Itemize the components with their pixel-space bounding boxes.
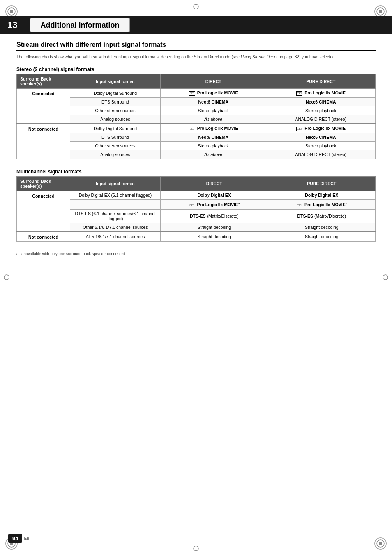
pure-stereo-1: Stereo playback bbox=[266, 106, 376, 115]
input-dolby-digital-2: Dolby Digital Surround bbox=[70, 124, 161, 133]
direct-dolby-ex: Dolby Digital EX bbox=[161, 191, 268, 200]
direct-neo6-2: Neo:6 CINEMA bbox=[161, 133, 266, 142]
pure-analog-1: ANALOG DIRECT (stereo) bbox=[266, 115, 376, 124]
table-row: Other stereo sources Stereo playback Ste… bbox=[17, 142, 376, 150]
direct-dts-es: DTS-ES (Matrix/Discrete) bbox=[161, 209, 268, 223]
page-number: 94 bbox=[8, 534, 22, 543]
direct-stereo-2: Stereo playback bbox=[161, 142, 266, 150]
right-side-decoration bbox=[382, 261, 389, 295]
svg-point-15 bbox=[4, 275, 9, 280]
direct-pro-logic-mc: □□ Pro Logic IIx MOVIEa bbox=[161, 200, 268, 210]
multichannel-subsection-title: Multichannel signal formats bbox=[16, 169, 376, 175]
input-analog: Analog sources bbox=[70, 115, 161, 124]
chapter-title-box: Additional information bbox=[30, 18, 130, 32]
header-bar: 13 Additional information bbox=[0, 16, 392, 34]
input-dolby-digital: Dolby Digital Surround bbox=[70, 89, 161, 98]
main-content: Stream direct with different input signa… bbox=[16, 41, 376, 256]
stereo-header-col3: DIRECT bbox=[161, 74, 266, 89]
pure-neo6-2: Neo:6 CINEMA bbox=[266, 133, 376, 142]
input-analog-2: Analog sources bbox=[70, 150, 161, 159]
table-row: Connected Dolby Digital Surround □□ Pro … bbox=[17, 89, 376, 98]
page-lang: En bbox=[24, 536, 29, 541]
chapter-title: Additional information bbox=[40, 21, 119, 30]
table-row: □□ Pro Logic IIx MOVIEa □□ Pro Logic IIx… bbox=[17, 200, 376, 210]
stereo-table: Surround Back speaker(s) Input signal fo… bbox=[16, 74, 376, 159]
table-row: DTS-ES (6.1 channel sources/6.1 channel … bbox=[17, 209, 376, 223]
pure-neo6-1: Neo:6 CINEMA bbox=[266, 98, 376, 106]
bottom-center-decoration bbox=[188, 545, 204, 552]
section-intro: The following charts show what you will … bbox=[16, 54, 376, 60]
corner-decoration-br bbox=[372, 535, 389, 552]
speaker-not-connected-mc: Not connected bbox=[17, 232, 70, 242]
pure-dolby-ex: Dolby Digital EX bbox=[268, 191, 376, 200]
pure-straight-1: Straight decoding bbox=[268, 223, 376, 232]
input-dts-surround: DTS Surround bbox=[70, 98, 161, 106]
table-row: Analog sources As above ANALOG DIRECT (s… bbox=[17, 150, 376, 159]
svg-point-4 bbox=[379, 10, 382, 13]
pure-straight-2: Straight decoding bbox=[268, 232, 376, 242]
svg-point-10 bbox=[379, 542, 382, 545]
multichannel-table: Surround Back speaker(s) Input signal fo… bbox=[16, 176, 376, 242]
table-row: Other 5.1/6.1/7.1 channel sources Straig… bbox=[17, 223, 376, 232]
table-row: Analog sources As above ANALOG DIRECT (s… bbox=[17, 115, 376, 124]
stereo-header-col1: Surround Back speaker(s) bbox=[17, 74, 70, 89]
chapter-number: 13 bbox=[0, 16, 25, 34]
top-center-decoration bbox=[188, 3, 204, 10]
pure-pro-logic-2: □□ Pro Logic IIx MOVIE bbox=[266, 124, 376, 133]
left-side-decoration bbox=[3, 261, 10, 295]
input-pro-logic-sub bbox=[70, 200, 161, 210]
svg-point-12 bbox=[194, 4, 198, 9]
footnote: a. Unavailable with only one surround ba… bbox=[16, 251, 376, 256]
stereo-header-col4: PURE DIRECT bbox=[266, 74, 376, 89]
table-row: Not connected Dolby Digital Surround □□ … bbox=[17, 124, 376, 133]
svg-point-13 bbox=[194, 546, 198, 551]
speaker-connected-mc: Connected bbox=[17, 191, 70, 232]
pure-pro-logic-mc: □□ Pro Logic IIx MOVIEa bbox=[268, 200, 376, 210]
mc-header-col1: Surround Back speaker(s) bbox=[17, 177, 70, 191]
input-other-51: Other 5.1/6.1/7.1 channel sources bbox=[70, 223, 161, 232]
mc-header-col3: DIRECT bbox=[161, 177, 268, 191]
direct-pro-logic-1: □□ Pro Logic IIx MOVIE bbox=[161, 89, 266, 98]
svg-point-1 bbox=[10, 10, 13, 13]
speaker-connected: Connected bbox=[17, 89, 70, 124]
direct-stereo-1: Stereo playback bbox=[161, 106, 266, 115]
svg-point-14 bbox=[383, 275, 388, 280]
input-all-51: All 5.1/6.1/7.1 channel sources bbox=[70, 232, 161, 242]
direct-straight-2: Straight decoding bbox=[161, 232, 268, 242]
pure-pro-logic-1: □□ Pro Logic IIx MOVIE bbox=[266, 89, 376, 98]
direct-analog-2: As above bbox=[161, 150, 266, 159]
table-row: DTS Surround Neo:6 CINEMA Neo:6 CINEMA bbox=[17, 98, 376, 106]
mc-header-col2: Input signal format bbox=[70, 177, 161, 191]
speaker-not-connected-stereo: Not connected bbox=[17, 124, 70, 159]
table-row: DTS Surround Neo:6 CINEMA Neo:6 CINEMA bbox=[17, 133, 376, 142]
direct-analog-1: As above bbox=[161, 115, 266, 124]
input-other-stereo: Other stereo sources bbox=[70, 106, 161, 115]
direct-pro-logic-2: □□ Pro Logic IIx MOVIE bbox=[161, 124, 266, 133]
section-title: Stream direct with different input signa… bbox=[16, 41, 376, 51]
mc-header-col4: PURE DIRECT bbox=[268, 177, 376, 191]
input-other-stereo-2: Other stereo sources bbox=[70, 142, 161, 150]
input-dts-surround-2: DTS Surround bbox=[70, 133, 161, 142]
pure-analog-2: ANALOG DIRECT (stereo) bbox=[266, 150, 376, 159]
pure-dts-es: DTS-ES (Matrix/Discrete) bbox=[268, 209, 376, 223]
pure-stereo-2: Stereo playback bbox=[266, 142, 376, 150]
stereo-header-col2: Input signal format bbox=[70, 74, 161, 89]
direct-straight-1: Straight decoding bbox=[161, 223, 268, 232]
input-dolby-ex: Dolby Digital EX (6.1 channel flagged) bbox=[70, 191, 161, 200]
table-row: Connected Dolby Digital EX (6.1 channel … bbox=[17, 191, 376, 200]
table-row: Not connected All 5.1/6.1/7.1 channel so… bbox=[17, 232, 376, 242]
stereo-subsection-title: Stereo (2 channel) signal formats bbox=[16, 67, 376, 72]
direct-neo6-1: Neo:6 CINEMA bbox=[161, 98, 266, 106]
page-footer: 94 En bbox=[8, 534, 29, 543]
input-dts-es: DTS-ES (6.1 channel sources/6.1 channel … bbox=[70, 209, 161, 223]
table-row: Other stereo sources Stereo playback Ste… bbox=[17, 106, 376, 115]
